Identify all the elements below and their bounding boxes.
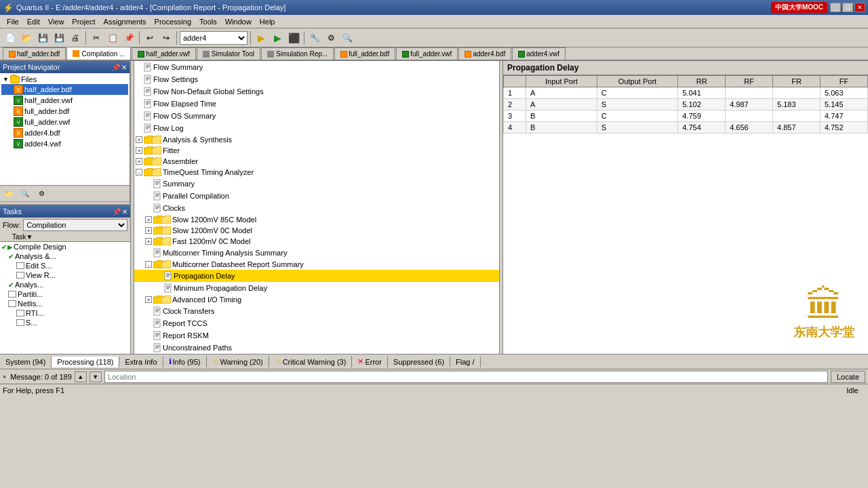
status-tab-flag[interactable]: Flag / <box>450 357 481 367</box>
tree-flow-elapsed[interactable]: Flow Elapsed Time <box>134 98 499 110</box>
tree-advanced-io[interactable]: + Advanced I/O Timing <box>134 294 499 305</box>
menu-help[interactable]: Help <box>256 17 279 26</box>
locate-button[interactable]: Locate <box>831 371 865 383</box>
task-analys2[interactable]: ✔ Analys... <box>0 280 130 289</box>
menu-view[interactable]: View <box>44 17 68 26</box>
checkbox-rti[interactable] <box>16 310 24 317</box>
tool2-btn[interactable]: ⚙ <box>323 30 338 45</box>
menu-edit[interactable]: Edit <box>23 17 44 26</box>
new-btn[interactable]: 📄 <box>3 30 18 45</box>
nav-btn3[interactable]: ⚙ <box>34 186 49 201</box>
task-s[interactable]: S... <box>0 318 130 327</box>
tree-min-propagation[interactable]: Minimum Propagation Delay <box>134 282 499 294</box>
expand-fast-0c[interactable]: + <box>145 238 152 245</box>
menu-file[interactable]: File <box>3 17 23 26</box>
tree-multicorner-datasheet[interactable]: - Multicorner Datasheet Report Summary <box>134 259 499 270</box>
expand-slow-0c[interactable]: + <box>145 227 152 234</box>
expand-multicorner-ds[interactable]: - <box>145 261 152 268</box>
tree-unconstrained[interactable]: Unconstrained Paths <box>134 342 499 354</box>
task-analysis[interactable]: ✔ Analysis &... <box>0 251 130 261</box>
expand-analysis[interactable]: + <box>136 136 142 143</box>
menu-tools[interactable]: Tools <box>195 17 221 26</box>
stop-btn[interactable]: ⬛ <box>286 30 301 45</box>
save-all-btn[interactable]: 💾 <box>52 30 66 45</box>
adder4-bdf-file[interactable]: B adder4.bdf <box>1 127 128 138</box>
close-btn[interactable]: ✕ <box>854 3 865 12</box>
tree-flow-summary[interactable]: Flow Summary <box>134 61 499 73</box>
tool3-btn[interactable]: 🔍 <box>340 30 355 45</box>
tree-clock-transfers[interactable]: Clock Transfers <box>134 305 499 317</box>
status-tab-critical[interactable]: ⚠ Critical Warning (3) <box>269 356 353 367</box>
start-btn[interactable]: ▶ <box>270 30 285 45</box>
tab-half-adder-vwf[interactable]: half_adder.vwf <box>132 47 196 60</box>
checkbox-view[interactable] <box>16 272 24 279</box>
nav-close-btn[interactable]: ✕ <box>121 64 127 71</box>
nav-pin-btn[interactable]: 📌 <box>112 64 120 71</box>
tab-half-adder-bdf[interactable]: half_adder.bdf <box>3 47 66 60</box>
task-view[interactable]: View R... <box>0 270 130 280</box>
tree-parallel-comp[interactable]: Parallel Compilation <box>134 190 499 202</box>
tree-report-rskm[interactable]: Report RSKM <box>134 329 499 342</box>
tree-summary[interactable]: Summary <box>134 178 499 190</box>
adder4-vwf-file[interactable]: V adder4.vwf <box>1 138 128 149</box>
tree-fitter[interactable]: + Fitter <box>134 145 499 156</box>
status-tab-warning[interactable]: ⚠ Warning (20) <box>207 356 269 367</box>
tree-slow-85c[interactable]: + Slow 1200mV 85C Model <box>134 214 499 225</box>
status-tab-error[interactable]: ✕ Error <box>352 356 387 367</box>
tab-adder4-vwf[interactable]: adder4.vwf <box>512 47 566 60</box>
status-tab-processing[interactable]: Processing (118) <box>52 357 119 367</box>
task-netlis[interactable]: Netlis... <box>0 299 130 308</box>
tree-clocks[interactable]: Clocks <box>134 202 499 214</box>
status-tab-suppressed[interactable]: Suppressed (6) <box>388 357 450 367</box>
tab-sim-report[interactable]: Simulation Rep... <box>261 47 334 60</box>
tree-slow-0c[interactable]: + Slow 1200mV 0C Model <box>134 225 499 236</box>
checkbox-netlis[interactable] <box>8 300 16 307</box>
expand-advanced-io[interactable]: + <box>145 296 152 303</box>
location-input[interactable] <box>104 371 828 383</box>
tree-flow-nondeft[interactable]: Flow Non-Default Global Settings <box>134 85 499 98</box>
table-row[interactable]: 1 A C 5.041 5.063 <box>504 87 868 99</box>
table-row[interactable]: 2 A S 5.102 4.987 5.183 5.145 <box>504 99 868 110</box>
tree-assembler[interactable]: + Assembler <box>134 156 499 167</box>
full-adder-vwf-file[interactable]: V full_adder.vwf <box>1 117 128 127</box>
expand-fitter[interactable]: + <box>136 147 142 154</box>
status-tab-info[interactable]: ℹ Info (95) <box>163 356 207 367</box>
checkbox-partiti[interactable] <box>8 291 16 298</box>
expand-assembler[interactable]: + <box>136 158 142 165</box>
print-btn[interactable]: 🖨 <box>68 30 83 45</box>
msg-prev-btn[interactable]: ▲ <box>75 371 87 382</box>
entity-dropdown[interactable]: adder4 <box>180 31 248 45</box>
menu-project[interactable]: Project <box>68 17 99 26</box>
flow-dropdown[interactable]: Compilation <box>23 219 127 231</box>
menu-window[interactable]: Window <box>221 17 256 26</box>
status-tab-system[interactable]: System (94) <box>0 357 52 367</box>
tasks-close-btn[interactable]: ✕ <box>122 208 127 216</box>
compile-btn[interactable]: ▶ <box>254 30 269 45</box>
full-adder-bdf-file[interactable]: B full_adder.bdf <box>1 106 128 117</box>
open-btn[interactable]: 📂 <box>19 30 34 45</box>
tree-report-tccs[interactable]: Report TCCS <box>134 317 499 329</box>
maximize-btn[interactable]: □ <box>842 3 853 12</box>
task-compile-design[interactable]: ✔ ▶ Compile Design <box>0 242 130 251</box>
tab-compilation[interactable]: Compilation ... <box>66 47 131 60</box>
nav-btn1[interactable]: 📁 <box>1 186 16 201</box>
checkbox-s[interactable] <box>16 319 24 326</box>
tree-fast-0c[interactable]: + Fast 1200mV 0C Model <box>134 236 499 247</box>
tree-flow-log[interactable]: Flow Log <box>134 122 499 134</box>
undo-btn[interactable]: ↩ <box>142 30 157 45</box>
menu-assignments[interactable]: Assignments <box>100 17 151 26</box>
menu-processing[interactable]: Processing <box>151 17 195 26</box>
tool1-btn[interactable]: 🔧 <box>307 30 322 45</box>
tree-propagation-delay[interactable]: Propagation Delay <box>134 270 499 282</box>
tree-multicorner-timing[interactable]: Multicorner Timing Analysis Summary <box>134 247 499 259</box>
files-folder[interactable]: ▼ Files <box>1 75 128 84</box>
save-btn[interactable]: 💾 <box>35 30 50 45</box>
table-row[interactable]: 3 B C 4.759 4.747 <box>504 110 868 122</box>
tree-analysis-synthesis[interactable]: + Analysis & Synthesis <box>134 134 499 145</box>
tree-flow-settings[interactable]: Flow Settings <box>134 73 499 85</box>
expand-timequest[interactable]: - <box>136 169 142 176</box>
minimize-btn[interactable]: _ <box>830 3 841 12</box>
files-expand[interactable]: ▼ <box>3 76 9 83</box>
task-partiti[interactable]: Partiti... <box>0 289 130 299</box>
paste-btn[interactable]: 📌 <box>121 30 136 45</box>
